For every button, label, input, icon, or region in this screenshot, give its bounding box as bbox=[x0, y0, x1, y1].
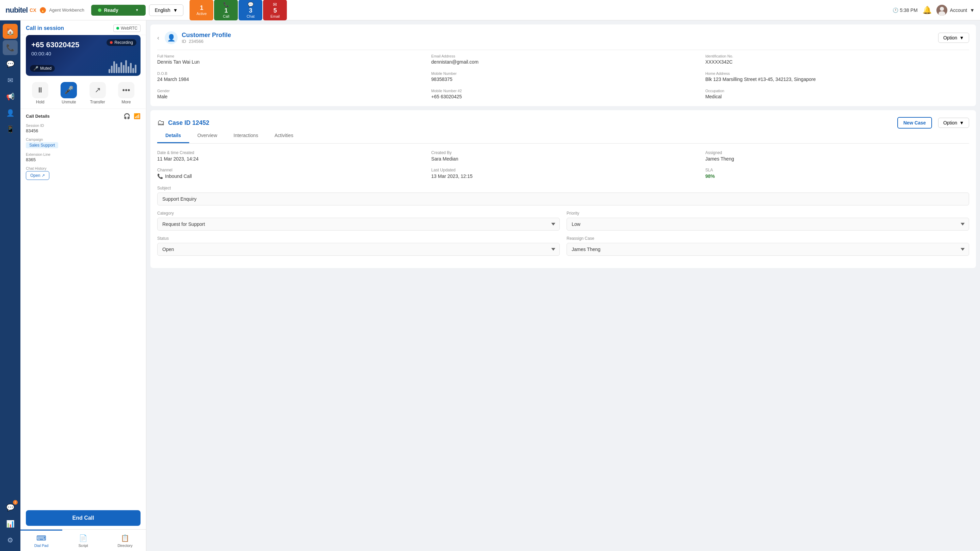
open-chat-history-button[interactable]: Open ↗ bbox=[26, 171, 49, 180]
active-badge[interactable]: 1 Active bbox=[189, 0, 213, 21]
sidebar-item-settings[interactable]: ⚙ bbox=[3, 533, 18, 548]
id-no-value: XXXXX342C bbox=[705, 59, 969, 65]
reassign-select[interactable]: James Theng bbox=[566, 243, 969, 256]
gender-field: Gender Male bbox=[157, 89, 421, 99]
subject-input[interactable] bbox=[157, 192, 969, 205]
dob-value: 24 March 1984 bbox=[157, 76, 421, 82]
muted-label: Muted bbox=[40, 66, 51, 71]
wave-bar bbox=[123, 65, 124, 73]
sidebar-item-contacts[interactable]: 👤 bbox=[3, 105, 18, 121]
email-label: Email Address bbox=[431, 54, 695, 58]
tab-directory[interactable]: 📋 Directory bbox=[104, 530, 146, 551]
profile-fields: Full Name Dennis Tan Wai Lun Email Addre… bbox=[157, 54, 969, 99]
case-icon: 🗂 bbox=[157, 118, 165, 127]
priority-label: Priority bbox=[566, 211, 969, 216]
left-panel: Call in session WebRTC +65 63020425 00:0… bbox=[21, 21, 146, 551]
created-by-label: Created By bbox=[431, 150, 695, 155]
sla-field: SLA 98% bbox=[705, 168, 969, 179]
tab-details[interactable]: Details bbox=[157, 129, 189, 143]
wave-bar bbox=[118, 67, 120, 73]
directory-label: Directory bbox=[118, 543, 132, 548]
sidebar-item-email[interactable]: ✉ bbox=[3, 73, 18, 88]
muted-badge: 🎤 Muted bbox=[30, 65, 55, 72]
more-button[interactable]: ••• More bbox=[118, 82, 134, 105]
chat-notification-badge: 2 bbox=[13, 500, 18, 505]
mobile-field: Mobile Number 98358375 bbox=[431, 71, 695, 82]
sidebar-item-chat[interactable]: 💬 bbox=[3, 56, 18, 71]
avatar bbox=[937, 5, 947, 16]
sidebar-item-home[interactable]: 🏠 bbox=[3, 24, 18, 39]
sidebar-item-chat2[interactable]: 💬 2 bbox=[3, 500, 18, 515]
status-select[interactable]: Open bbox=[157, 243, 560, 256]
mobile-value: 98358375 bbox=[431, 76, 695, 82]
notifications-btn[interactable]: 🔔 bbox=[923, 6, 932, 14]
bottom-tabs: ⌨ Dial Pad 📄 Script 📋 Directory bbox=[21, 529, 146, 551]
recording-badge: Recording bbox=[107, 39, 137, 46]
status-field: Status Open bbox=[157, 236, 560, 256]
call-badge[interactable]: 📞 1 Call bbox=[214, 0, 238, 21]
hold-label: Hold bbox=[36, 100, 45, 105]
language-dropdown[interactable]: English ▼ bbox=[149, 5, 184, 16]
new-case-button[interactable]: New Case bbox=[897, 117, 932, 129]
end-call-button[interactable]: End Call bbox=[26, 510, 140, 526]
reassign-field: Reassign Case James Theng bbox=[566, 236, 969, 256]
tab-activities[interactable]: Activities bbox=[266, 129, 301, 143]
sla-value: 98% bbox=[705, 173, 969, 179]
id-value: 234566 bbox=[189, 39, 204, 44]
category-select[interactable]: Request for Support bbox=[157, 218, 560, 230]
unmute-button[interactable]: 🎤 Unmute bbox=[60, 82, 77, 105]
unmute-icon: 🎤 bbox=[60, 82, 77, 98]
call-details-title: Call Details 🎧 📶 bbox=[26, 113, 140, 119]
external-link-icon: ↗ bbox=[41, 173, 45, 178]
tab-overview[interactable]: Overview bbox=[189, 129, 225, 143]
mute-icon: 🎤 bbox=[33, 66, 38, 71]
tab-script[interactable]: 📄 Script bbox=[62, 530, 104, 551]
profile-option-button[interactable]: Option ▼ bbox=[938, 33, 969, 43]
campaign-row: Campaign Sales Support bbox=[26, 137, 140, 148]
channel-value: 📞 Inbound Call bbox=[157, 173, 421, 179]
email-badge[interactable]: ✉ 5 Email bbox=[263, 0, 287, 21]
session-id-row: Session ID 83456 bbox=[26, 124, 140, 133]
status-label: Ready bbox=[104, 8, 118, 13]
transfer-button[interactable]: ↗ Transfer bbox=[89, 82, 106, 105]
sidebar-item-phone[interactable]: 📞 bbox=[3, 40, 18, 55]
last-updated-field: Last Updated 13 Mar 2023, 12:15 bbox=[431, 168, 695, 179]
status-dropdown[interactable]: Ready ▼ bbox=[91, 5, 146, 16]
subject-label: Subject bbox=[157, 186, 969, 191]
wifi-icon: 📶 bbox=[134, 113, 140, 119]
created-by-field: Created By Sara Median bbox=[431, 150, 695, 162]
full-name-field: Full Name Dennis Tan Wai Lun bbox=[157, 54, 421, 65]
profile-id: ID 234566 bbox=[182, 39, 231, 44]
home-address-label: Home Address bbox=[705, 71, 969, 76]
dial-pad-label: Dial Pad bbox=[34, 543, 49, 548]
script-icon: 📄 bbox=[79, 534, 88, 542]
status-indicator bbox=[98, 8, 102, 12]
script-label: Script bbox=[78, 543, 88, 548]
account-button[interactable]: Account ▼ bbox=[937, 5, 975, 16]
priority-select[interactable]: Low bbox=[566, 218, 969, 230]
language-chevron-icon: ▼ bbox=[173, 8, 178, 13]
assigned-field: Assigned James Theng bbox=[705, 150, 969, 162]
case-option-button[interactable]: Option ▼ bbox=[938, 118, 969, 128]
dial-pad-icon: ⌨ bbox=[37, 534, 46, 542]
main-layout: 🏠 📞 💬 ✉ 📢 👤 📱 💬 2 📊 ⚙ Call in session We… bbox=[0, 21, 980, 551]
call-details-section: Call Details 🎧 📶 Session ID 83456 Campai… bbox=[21, 109, 146, 188]
back-button[interactable]: ‹ bbox=[157, 34, 159, 41]
gender-value: Male bbox=[157, 94, 421, 99]
unmute-label: Unmute bbox=[62, 100, 76, 105]
chat-badge[interactable]: 💬 3 Chat bbox=[239, 0, 262, 21]
reassign-label: Reassign Case bbox=[566, 236, 969, 241]
date-created-value: 11 Mar 2023, 14:24 bbox=[157, 156, 421, 162]
sidebar-item-chart[interactable]: 📊 bbox=[3, 516, 18, 531]
tab-interactions[interactable]: Interactions bbox=[225, 129, 266, 143]
profile-header: ‹ 👤 Customer Profile ID 234566 Option ▼ bbox=[157, 31, 969, 44]
hold-button[interactable]: ⏸ Hold bbox=[32, 82, 48, 105]
full-name-label: Full Name bbox=[157, 54, 421, 58]
webrtc-indicator bbox=[116, 27, 119, 30]
extension-label: Extension Line bbox=[26, 152, 140, 156]
tab-dial-pad[interactable]: ⌨ Dial Pad bbox=[21, 530, 62, 551]
wave-bar bbox=[125, 60, 127, 73]
sidebar-item-phone2[interactable]: 📱 bbox=[3, 122, 18, 137]
sidebar-item-broadcast[interactable]: 📢 bbox=[3, 89, 18, 104]
case-card: 🗂 Case ID 12452 New Case Option ▼ Detail… bbox=[150, 110, 976, 268]
